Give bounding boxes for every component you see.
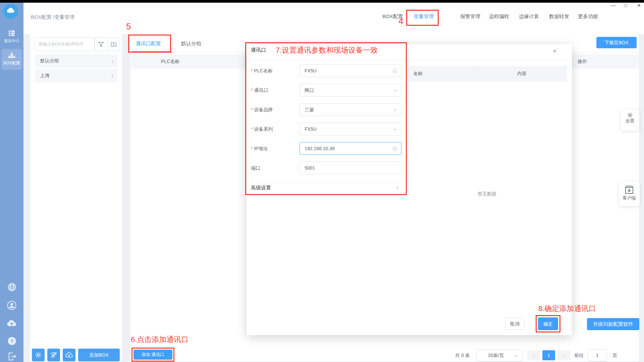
project-list-icon	[8, 29, 15, 37]
cloud-download-button[interactable]	[63, 349, 75, 361]
cancel-button[interactable]: 取消	[505, 318, 525, 330]
group-label: 上海	[40, 73, 50, 79]
add-port-button[interactable]: 添加 通讯口	[133, 350, 172, 360]
dialog-close-icon[interactable]: ×	[553, 47, 557, 55]
annotation-box-form	[245, 42, 407, 195]
pagination-total: 共 0 条	[455, 353, 470, 359]
column-plc-name: PLC名称	[161, 59, 179, 65]
sidebar-item-label: 项目中心	[0, 38, 23, 44]
sidebar-item-project-center[interactable]: 项目中心	[0, 29, 23, 44]
cloud-upload-icon[interactable]	[0, 319, 23, 327]
nav-remote-programming[interactable]: 远程编程	[489, 13, 509, 20]
goto-label: 前往	[574, 353, 584, 359]
app-logo-cloud-icon	[3, 4, 18, 19]
annotation-box-confirm-button	[536, 315, 560, 333]
settings-float-button[interactable]: 设置	[621, 109, 639, 131]
chevron-right-icon: ›	[112, 73, 113, 79]
goto-page-input[interactable]: 1	[588, 349, 607, 361]
group-row-shanghai[interactable]: 上海 ›	[35, 69, 117, 82]
nav-edge-computing[interactable]: 边缘计算	[519, 13, 539, 20]
annotation-step4-number: 4	[398, 16, 403, 26]
chevron-right-icon: ›	[112, 58, 113, 64]
filter-icon[interactable]	[95, 38, 108, 51]
upgrade-software-button[interactable]: 升级到新配置软件	[587, 318, 639, 330]
column-content: 内容	[517, 71, 527, 77]
help-icon[interactable]: ?	[0, 337, 23, 346]
client-box-icon	[624, 184, 635, 195]
group-label: 默认分组	[40, 58, 59, 64]
page-suffix-label: 页	[612, 353, 617, 359]
next-page-button[interactable]: ›	[557, 350, 570, 360]
svg-text:?: ?	[10, 338, 13, 344]
breadcrumb: BOX配置 /变量管理	[31, 14, 74, 20]
annotation-step7-text: 7.设置通讯参数和现场设备一致	[276, 45, 378, 55]
search-input[interactable]: 请输入BOX名称/序列号	[35, 38, 95, 51]
nav-more-functions[interactable]: 更多功能	[578, 13, 598, 20]
cloud-download-icon	[65, 352, 73, 358]
annotation-step8-text: 8.确定添加通讯口	[538, 304, 596, 314]
sidebar-item-box-config-content[interactable]: BOX配置	[0, 52, 23, 66]
close-button[interactable]: ×	[634, 1, 644, 9]
search-tools	[95, 38, 120, 51]
wifi-off-icon	[50, 352, 57, 358]
annotation-box-variable-tab	[406, 10, 439, 26]
group-row-default[interactable]: 默认分组 ›	[35, 54, 117, 68]
client-download-button[interactable]: 客户端	[619, 181, 640, 206]
settings-gear-button[interactable]	[32, 349, 45, 361]
page-size-select[interactable]: 20条/页	[476, 349, 523, 361]
gear-icon	[627, 112, 633, 118]
app-window: — □ × BOX配置 /变量管理 BOX配置 变量管理 报警管理 远程编程 边…	[0, 0, 644, 362]
column-action: 操作	[578, 59, 587, 65]
minimize-button[interactable]: —	[608, 1, 618, 9]
wifi-off-button[interactable]	[47, 349, 60, 361]
gear-icon	[35, 352, 42, 358]
prev-page-button[interactable]: ‹	[527, 350, 540, 360]
top-strip	[0, 0, 644, 3]
client-float-label: 客户端	[619, 195, 640, 201]
maximize-button[interactable]: □	[621, 1, 631, 9]
dialog-table-header: 名称 内容	[408, 66, 567, 81]
logout-icon[interactable]	[0, 352, 23, 361]
nav-alarm-management[interactable]: 报警管理	[460, 13, 480, 20]
empty-state-text: 暂无数据	[478, 191, 496, 197]
annotation-step6-text: 6.点击添加通讯口	[131, 335, 189, 345]
download-to-box-button[interactable]: 下载至BOX	[596, 37, 637, 48]
chevron-down-icon	[515, 355, 518, 357]
add-box-button[interactable]: 添加BOX	[78, 349, 120, 361]
settings-float-label: 设置	[621, 118, 639, 124]
globe-icon[interactable]	[0, 283, 23, 292]
box-list-panel	[30, 34, 122, 361]
sidebar-item-label: BOX配置	[0, 60, 23, 66]
nav-data-forwarding[interactable]: 数据转发	[549, 13, 569, 20]
current-page-button[interactable]: 1	[542, 350, 555, 360]
page-size-value: 20条/页	[488, 353, 504, 359]
column-divider	[480, 66, 480, 81]
annotation-step5-number: 5	[126, 21, 131, 32]
box-download-icon	[8, 52, 15, 59]
add-folder-icon[interactable]	[108, 38, 120, 51]
annotation-box-port-config-tab	[128, 35, 171, 53]
tab-default-group[interactable]: 默认分组	[181, 41, 201, 47]
column-name: 名称	[413, 71, 423, 77]
user-icon[interactable]	[0, 300, 23, 310]
